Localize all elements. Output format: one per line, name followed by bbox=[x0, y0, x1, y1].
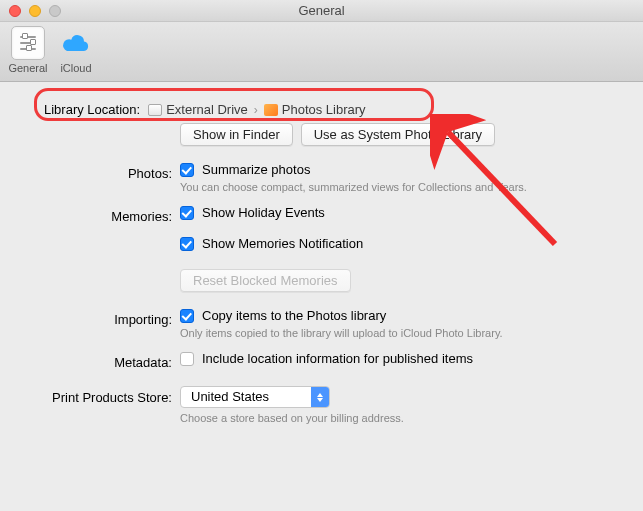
print-products-store-select[interactable]: United States bbox=[180, 386, 330, 408]
tab-icloud-label: iCloud bbox=[60, 62, 91, 74]
sliders-icon bbox=[17, 32, 39, 54]
copy-items-label: Copy items to the Photos library bbox=[202, 308, 386, 323]
store-value: United States bbox=[181, 387, 311, 407]
drive-icon bbox=[148, 104, 162, 116]
cloud-icon bbox=[61, 33, 91, 53]
select-stepper-icon bbox=[311, 387, 329, 407]
store-hint: Choose a store based on your billing add… bbox=[180, 412, 613, 424]
window-title: General bbox=[0, 3, 643, 18]
summarize-photos-hint: You can choose compact, summarized views… bbox=[180, 181, 613, 193]
copy-items-checkbox[interactable] bbox=[180, 309, 194, 323]
minimize-window-button[interactable] bbox=[29, 5, 41, 17]
library-location-path: External Drive › Photos Library bbox=[148, 102, 365, 117]
memories-label: Memories: bbox=[30, 205, 180, 224]
show-holiday-events-checkbox[interactable] bbox=[180, 206, 194, 220]
chevron-right-icon: › bbox=[252, 103, 260, 117]
summarize-photos-checkbox[interactable] bbox=[180, 163, 194, 177]
metadata-label: Metadata: bbox=[30, 351, 180, 370]
crumb-library: Photos Library bbox=[282, 102, 366, 117]
include-location-label: Include location information for publish… bbox=[202, 351, 473, 366]
photos-label: Photos: bbox=[30, 162, 180, 181]
tab-general-label: General bbox=[8, 62, 47, 74]
crumb-drive: External Drive bbox=[166, 102, 248, 117]
show-holiday-events-label: Show Holiday Events bbox=[202, 205, 325, 220]
zoom-window-button[interactable] bbox=[49, 5, 61, 17]
store-label: Print Products Store: bbox=[30, 386, 180, 405]
use-as-system-photo-library-button[interactable]: Use as System Photo Library bbox=[301, 123, 495, 146]
tab-icloud[interactable]: iCloud bbox=[54, 26, 98, 74]
summarize-photos-label: Summarize photos bbox=[202, 162, 310, 177]
importing-label: Importing: bbox=[30, 308, 180, 327]
importing-hint: Only items copied to the library will up… bbox=[180, 327, 613, 339]
show-memories-notification-checkbox[interactable] bbox=[180, 237, 194, 251]
tab-general[interactable]: General bbox=[6, 26, 50, 74]
show-memories-notification-label: Show Memories Notification bbox=[202, 236, 363, 251]
show-in-finder-button[interactable]: Show in Finder bbox=[180, 123, 293, 146]
close-window-button[interactable] bbox=[9, 5, 21, 17]
photos-library-icon bbox=[264, 104, 278, 116]
include-location-checkbox[interactable] bbox=[180, 352, 194, 366]
library-location-label: Library Location: bbox=[44, 102, 140, 117]
reset-blocked-memories-button: Reset Blocked Memories bbox=[180, 269, 351, 292]
